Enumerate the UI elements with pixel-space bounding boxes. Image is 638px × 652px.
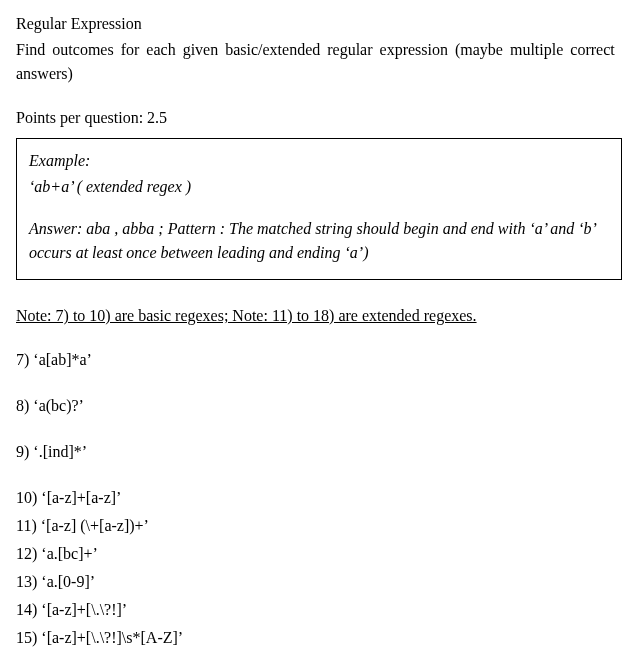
question-15: 15) ‘[a-z]+[\.\?!]\s*[A-Z]’ bbox=[16, 626, 622, 650]
question-9: 9) ‘.[ind]*’ bbox=[16, 440, 622, 464]
example-label: Example: bbox=[29, 149, 609, 173]
points-per-question: Points per question: 2.5 bbox=[16, 106, 622, 130]
question-8: 8) ‘a(bc)?’ bbox=[16, 394, 622, 418]
example-answer: Answer: aba , abba ; Pattern : The match… bbox=[29, 217, 609, 265]
question-list: 7) ‘a[ab]*a’ 8) ‘a(bc)?’ 9) ‘.[ind]*’ 10… bbox=[16, 348, 622, 652]
question-7: 7) ‘a[ab]*a’ bbox=[16, 348, 622, 372]
instructions-text: Find outcomes for each given basic/exten… bbox=[16, 38, 622, 86]
question-10: 10) ‘[a-z]+[a-z]’ bbox=[16, 486, 622, 510]
question-11: 11) ‘[a-z] (\+[a-z])+’ bbox=[16, 514, 622, 538]
question-13: 13) ‘a.[0-9]’ bbox=[16, 570, 622, 594]
example-regex: ‘ab+a’ ( extended regex ) bbox=[29, 175, 609, 199]
note-line: Note: 7) to 10) are basic regexes; Note:… bbox=[16, 304, 622, 328]
example-box: Example: ‘ab+a’ ( extended regex ) Answe… bbox=[16, 138, 622, 280]
question-14: 14) ‘[a-z]+[\.\?!]’ bbox=[16, 598, 622, 622]
page-title: Regular Expression bbox=[16, 12, 622, 36]
question-12: 12) ‘a.[bc]+’ bbox=[16, 542, 622, 566]
